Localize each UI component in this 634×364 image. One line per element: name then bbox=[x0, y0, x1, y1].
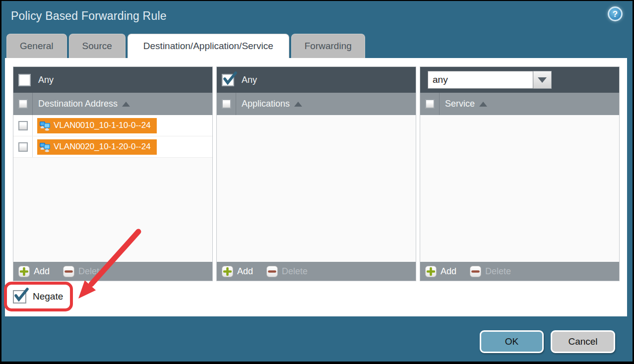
destination-select-all-cell bbox=[13, 93, 33, 115]
address-object-chip[interactable]: VLAN0010_10-1-10-0--24 bbox=[37, 118, 157, 133]
delete-label: Delete bbox=[282, 266, 308, 277]
cancel-button[interactable]: Cancel bbox=[551, 330, 615, 353]
add-button[interactable]: Add bbox=[18, 266, 50, 277]
delete-button[interactable]: Delete bbox=[63, 266, 104, 277]
policy-forwarding-dialog: Policy Based Forwarding Rule ? General S… bbox=[1, 1, 633, 362]
add-label: Add bbox=[441, 266, 456, 277]
add-button[interactable]: Add bbox=[222, 266, 253, 277]
destination-any-bar: Any bbox=[13, 67, 212, 93]
negate-annotation-box: Negate bbox=[4, 282, 73, 311]
applications-column-header[interactable]: Applications bbox=[217, 93, 416, 115]
service-column-header[interactable]: Service bbox=[420, 93, 619, 115]
delete-label: Delete bbox=[485, 266, 511, 277]
table-row: VLAN0010_10-1-10-0--24 bbox=[13, 115, 212, 136]
service-toolbar: Add Delete bbox=[420, 262, 619, 281]
chevron-down-icon bbox=[538, 77, 547, 83]
applications-any-bar: Any bbox=[217, 67, 416, 93]
destination-any-checkbox[interactable] bbox=[18, 74, 31, 86]
destination-column-label: Destination Address bbox=[38, 99, 118, 109]
delete-button[interactable]: Delete bbox=[266, 266, 308, 277]
tab-source[interactable]: Source bbox=[69, 34, 126, 58]
tab-destination-application-service[interactable]: Destination/Application/Service bbox=[127, 34, 289, 58]
sort-ascending-icon bbox=[122, 102, 130, 107]
minus-icon bbox=[266, 266, 278, 277]
address-object-chip[interactable]: VLAN0020_10-1-20-0--24 bbox=[37, 139, 157, 155]
add-button[interactable]: Add bbox=[425, 266, 456, 277]
minus-icon bbox=[63, 266, 74, 277]
negate-label: Negate bbox=[33, 291, 63, 302]
minus-icon bbox=[470, 266, 481, 277]
service-dropdown bbox=[428, 71, 552, 89]
destination-any-label: Any bbox=[38, 75, 54, 85]
row-checkbox[interactable] bbox=[18, 121, 28, 130]
destination-select-all-checkbox[interactable] bbox=[18, 99, 28, 109]
sort-ascending-icon bbox=[294, 102, 302, 107]
destination-toolbar: Add Delete bbox=[13, 262, 212, 281]
table-row: VLAN0020_10-1-20-0--24 bbox=[13, 136, 212, 158]
help-icon[interactable]: ? bbox=[608, 6, 623, 21]
tab-content: Any Destination Address bbox=[5, 58, 627, 316]
dialog-title: Policy Based Forwarding Rule bbox=[11, 9, 167, 23]
network-icon bbox=[39, 142, 51, 152]
dialog-title-bar: Policy Based Forwarding Rule ? bbox=[1, 1, 633, 33]
destination-address-panel: Any Destination Address bbox=[13, 66, 213, 281]
applications-column-label: Applications bbox=[242, 99, 290, 109]
applications-any-checkbox[interactable] bbox=[222, 74, 234, 86]
destination-column-header[interactable]: Destination Address bbox=[13, 93, 212, 115]
row-checkbox-cell bbox=[13, 115, 33, 136]
dropdown-button[interactable] bbox=[533, 71, 552, 89]
applications-list bbox=[217, 115, 416, 262]
plus-icon bbox=[18, 266, 30, 277]
tab-forwarding[interactable]: Forwarding bbox=[291, 34, 365, 58]
row-checkbox-cell bbox=[13, 136, 33, 157]
checkmark-icon bbox=[222, 71, 238, 86]
plus-icon bbox=[425, 266, 437, 277]
service-select-all-checkbox[interactable] bbox=[425, 99, 435, 109]
applications-toolbar: Add Delete bbox=[217, 262, 416, 281]
applications-select-all-checkbox[interactable] bbox=[222, 99, 231, 109]
service-panel: Service Add bbox=[420, 66, 620, 281]
service-dropdown-bar bbox=[420, 67, 619, 93]
service-column-label: Service bbox=[445, 99, 475, 109]
address-object-name: VLAN0010_10-1-10-0--24 bbox=[54, 121, 151, 130]
applications-panel: Any Applications bbox=[216, 66, 416, 281]
service-select-all-cell bbox=[420, 93, 440, 115]
checkmark-icon bbox=[13, 288, 29, 303]
panels-row: Any Destination Address bbox=[13, 66, 620, 281]
destination-list: VLAN0010_10-1-10-0--24 bbox=[13, 115, 212, 262]
row-checkbox[interactable] bbox=[18, 142, 28, 152]
add-label: Add bbox=[237, 266, 253, 277]
service-list bbox=[420, 115, 619, 262]
delete-label: Delete bbox=[78, 266, 104, 277]
address-object-name: VLAN0020_10-1-20-0--24 bbox=[54, 142, 151, 152]
sort-ascending-icon bbox=[479, 102, 487, 107]
network-icon bbox=[39, 121, 51, 131]
add-label: Add bbox=[34, 266, 50, 277]
tab-general[interactable]: General bbox=[6, 34, 67, 58]
delete-button[interactable]: Delete bbox=[470, 266, 511, 277]
service-dropdown-input[interactable] bbox=[428, 71, 533, 89]
screenshot-frame: Policy Based Forwarding Rule ? General S… bbox=[0, 0, 634, 364]
applications-any-label: Any bbox=[242, 75, 257, 85]
tab-bar: General Source Destination/Application/S… bbox=[6, 34, 365, 58]
applications-select-all-cell bbox=[217, 93, 236, 115]
ok-button[interactable]: OK bbox=[480, 330, 544, 353]
plus-icon bbox=[222, 266, 233, 277]
negate-checkbox[interactable] bbox=[13, 290, 26, 303]
